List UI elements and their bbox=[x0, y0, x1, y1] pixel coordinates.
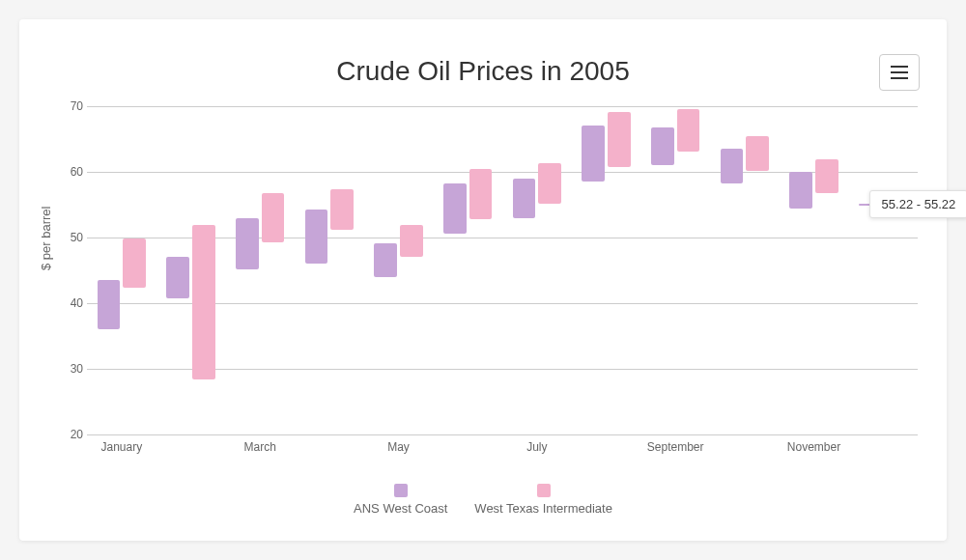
y-tick-label: 40 bbox=[60, 296, 83, 310]
plot-area: 203040506070JanuaryMarchMayJulySeptember… bbox=[87, 106, 918, 434]
range-bar[interactable] bbox=[469, 169, 493, 219]
x-tick-label: November bbox=[787, 440, 840, 454]
y-axis-title: $ per barrel bbox=[39, 207, 53, 270]
x-tick-label: July bbox=[526, 440, 547, 454]
y-tick-label: 70 bbox=[60, 99, 83, 113]
legend-item-wti[interactable]: West Texas Intermediate bbox=[474, 484, 612, 516]
chart-card: Crude Oil Prices in 2005 $ per barrel 20… bbox=[19, 19, 947, 541]
tooltip: 55.22 - 55.22 bbox=[869, 190, 966, 218]
range-bar[interactable] bbox=[513, 179, 536, 218]
gridline bbox=[87, 434, 918, 435]
range-bar[interactable] bbox=[400, 225, 423, 257]
legend-item-ans[interactable]: ANS West Coast bbox=[354, 484, 447, 516]
hamburger-icon bbox=[891, 66, 908, 68]
legend-label: West Texas Intermediate bbox=[474, 501, 612, 516]
legend-swatch-wti bbox=[537, 484, 551, 497]
chart-menu-button[interactable] bbox=[879, 54, 920, 91]
gridline bbox=[87, 106, 918, 107]
y-tick-label: 20 bbox=[60, 428, 83, 441]
range-bar[interactable] bbox=[538, 163, 561, 204]
range-bar[interactable] bbox=[98, 280, 121, 329]
range-bar[interactable] bbox=[582, 126, 605, 182]
x-tick-label: January bbox=[100, 440, 142, 454]
y-tick-label: 50 bbox=[60, 231, 83, 244]
range-bar[interactable] bbox=[192, 225, 215, 379]
range-bar[interactable] bbox=[123, 238, 146, 289]
range-bar[interactable] bbox=[236, 218, 259, 269]
x-tick-label: May bbox=[387, 440, 410, 454]
range-bar[interactable] bbox=[721, 149, 744, 183]
range-bar[interactable] bbox=[305, 210, 328, 263]
range-bar[interactable] bbox=[262, 193, 285, 243]
x-tick-label: March bbox=[243, 440, 275, 454]
y-tick-label: 60 bbox=[60, 165, 83, 179]
y-tick-label: 30 bbox=[60, 362, 83, 376]
range-bar[interactable] bbox=[815, 159, 838, 193]
range-bar[interactable] bbox=[746, 136, 769, 172]
range-bar[interactable] bbox=[443, 183, 467, 234]
legend: ANS West Coast West Texas Intermediate bbox=[19, 484, 947, 516]
chart-title: Crude Oil Prices in 2005 bbox=[19, 56, 947, 87]
x-tick-label: September bbox=[647, 440, 704, 454]
legend-label: ANS West Coast bbox=[354, 501, 447, 516]
range-bar[interactable] bbox=[166, 257, 189, 298]
range-bar[interactable] bbox=[651, 127, 674, 164]
range-bar[interactable] bbox=[608, 112, 631, 166]
range-bar[interactable] bbox=[677, 109, 700, 152]
legend-swatch-ans bbox=[394, 484, 408, 497]
range-bar[interactable] bbox=[330, 189, 354, 230]
range-bar[interactable] bbox=[374, 243, 397, 277]
range-bar[interactable] bbox=[789, 172, 812, 209]
